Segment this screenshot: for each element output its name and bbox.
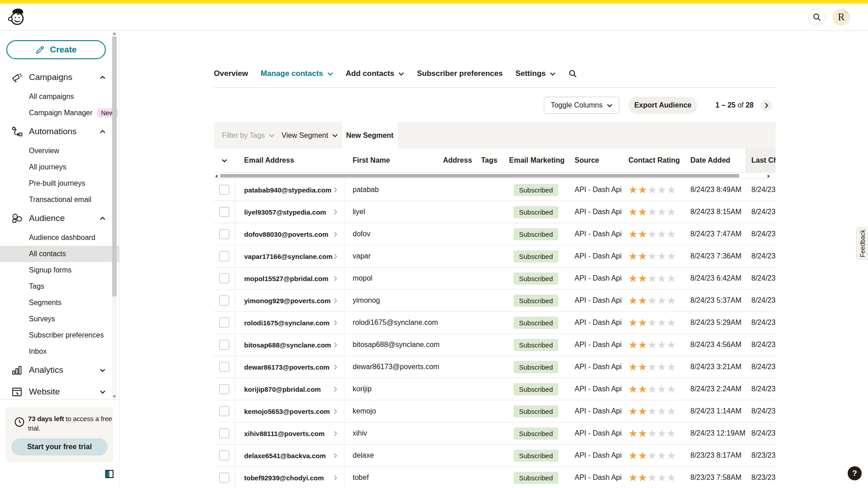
sidebar-item-subscriber-preferences[interactable]: Subscriber preferences (0, 327, 119, 343)
sidebar-item-surveys[interactable]: Surveys (0, 311, 119, 327)
email-marketing-cell: Subscribed (505, 467, 568, 488)
column-header-first-name[interactable]: First Name (344, 149, 432, 172)
row-checkbox[interactable] (219, 406, 229, 416)
column-header-contact-rating[interactable]: Contact Rating (622, 149, 683, 172)
column-header-address[interactable]: Address (432, 149, 475, 172)
row-checkbox[interactable] (219, 273, 229, 283)
tab-add-contacts[interactable]: Add contacts (346, 69, 405, 78)
email-cell[interactable]: yimonog929@poverts.com (235, 290, 344, 311)
row-checkbox[interactable] (219, 340, 229, 350)
scroll-up-arrow[interactable] (113, 32, 116, 35)
row-checkbox[interactable] (219, 428, 229, 438)
feedback-tab[interactable]: Feedback (856, 227, 868, 260)
next-page-button[interactable] (761, 100, 772, 111)
sidebar-item-audience-dashboard[interactable]: Audience dashboard (0, 230, 119, 246)
sidebar-item-inbox[interactable]: Inbox (0, 343, 119, 360)
first-name-cell: liyel (344, 201, 432, 223)
email-cell[interactable]: korijip870@pbridal.com (235, 378, 344, 400)
column-header-email-address[interactable]: Email Address (235, 149, 344, 172)
global-search-button[interactable] (808, 9, 826, 26)
address-cell (432, 467, 475, 488)
sidebar-item-campaign-manager[interactable]: Campaign ManagerNew (0, 105, 119, 121)
new-segment-button[interactable]: New Segment (341, 122, 399, 149)
source-cell: API - Dash Api (568, 400, 622, 422)
row-checkbox[interactable] (219, 318, 229, 328)
tab-manage-contacts[interactable]: Manage contacts (261, 69, 333, 78)
view-segment-dropdown[interactable]: View Segment (282, 122, 338, 149)
star-rating-empty: ★★★ (647, 361, 676, 373)
sidebar-header-website[interactable]: Website (0, 384, 119, 399)
scroll-down-arrow[interactable] (113, 395, 116, 398)
avatar[interactable]: R (833, 9, 850, 26)
horizontal-scrollbar[interactable] (214, 173, 776, 179)
date-added-cell: 8/24/23 8:49AM (683, 179, 745, 201)
sidebar-scrollbar[interactable] (112, 31, 117, 399)
create-button[interactable]: Create (6, 40, 106, 59)
sidebar-item-pre-built-journeys[interactable]: Pre-built journeys (0, 175, 119, 192)
tags-cell (475, 356, 505, 378)
email-cell[interactable]: rolodi1675@synclane.com (235, 312, 344, 333)
sidebar-scrollbar-thumb[interactable] (112, 37, 117, 296)
email-cell[interactable]: mopol15527@pbridal.com (235, 267, 344, 289)
sidebar-item-tags[interactable]: Tags (0, 278, 119, 295)
email-cell[interactable]: xihiv88111@poverts.com (235, 422, 344, 444)
address-cell (432, 290, 475, 311)
email-cell[interactable]: patabab940@stypedia.com (235, 179, 344, 201)
start-free-trial-button[interactable]: Start your free trial (11, 438, 108, 455)
sidebar-header-analytics[interactable]: Analytics (0, 362, 119, 378)
column-header-date-added[interactable]: Date Added (683, 149, 745, 172)
contacts-search-button[interactable] (568, 69, 577, 78)
sidebar-divider (0, 399, 119, 400)
help-button[interactable]: ? (848, 466, 862, 480)
sidebar-item-segments[interactable]: Segments (0, 295, 119, 311)
filter-by-tags-dropdown[interactable]: Filter by Tags (222, 122, 274, 149)
collapse-sidebar-icon[interactable] (105, 470, 113, 478)
email-cell[interactable]: delaxe6541@backva.com (235, 445, 344, 466)
row-checkbox-cell (214, 245, 235, 267)
row-checkbox[interactable] (219, 450, 229, 460)
mailchimp-logo[interactable] (7, 7, 26, 27)
email-cell[interactable]: liyel93057@stypedia.com (235, 201, 344, 223)
column-header-source[interactable]: Source (568, 149, 622, 172)
sidebar-item-all-journeys[interactable]: All journeys (0, 159, 119, 175)
tab-subscriber-preferences[interactable]: Subscriber preferences (417, 69, 503, 78)
sidebar-item-transactional-email[interactable]: Transactional email (0, 192, 119, 208)
horizontal-scrollbar-thumb[interactable] (220, 174, 739, 178)
sidebar-item-signup-forms[interactable]: Signup forms (0, 262, 119, 278)
email-cell[interactable]: dewar86173@poverts.com (235, 356, 344, 378)
tabs-underline (214, 87, 776, 88)
email-cell[interactable]: kemojo5653@poverts.com (235, 400, 344, 422)
sidebar-header-audience[interactable]: Audience (0, 211, 119, 226)
row-checkbox-cell (214, 201, 235, 223)
tab-settings[interactable]: Settings (515, 69, 556, 78)
sidebar-item-overview[interactable]: Overview (0, 143, 119, 159)
sidebar-item-all-campaigns[interactable]: All campaigns (0, 89, 119, 105)
scroll-left-arrow[interactable] (215, 174, 217, 178)
row-checkbox[interactable] (219, 185, 229, 195)
row-checkbox[interactable] (219, 251, 229, 261)
last-changed-cell: 8/24/23 (745, 179, 776, 201)
export-audience-button[interactable]: Export Audience (628, 97, 698, 114)
scroll-right-arrow[interactable] (768, 174, 770, 178)
sidebar-item-label: Overview (29, 147, 59, 155)
sidebar-item-all-contacts[interactable]: All contacts (0, 246, 119, 262)
row-checkbox[interactable] (219, 362, 229, 372)
toggle-columns-button[interactable]: Toggle Columns (544, 97, 619, 114)
row-checkbox[interactable] (219, 296, 229, 305)
row-checkbox[interactable] (219, 207, 229, 217)
column-header-email-marketing[interactable]: Email Marketing (505, 149, 568, 172)
email-cell[interactable]: tobef92939@chodyi.com (235, 467, 344, 488)
row-checkbox[interactable] (219, 229, 229, 239)
column-header-last-changed[interactable]: Last Changed (745, 149, 776, 172)
first-name-cell: dewar86173@poverts.com (344, 356, 432, 378)
email-cell[interactable]: bitosap688@synclane.com (235, 334, 344, 356)
row-checkbox[interactable] (219, 473, 229, 483)
row-checkbox[interactable] (219, 384, 229, 394)
tab-overview[interactable]: Overview (214, 69, 248, 78)
column-header-tags[interactable]: Tags (475, 149, 505, 172)
email-cell[interactable]: vapar17166@synclane.com (235, 245, 344, 267)
sidebar-header-campaigns[interactable]: Campaigns (0, 70, 119, 85)
sidebar-header-automations[interactable]: Automations (0, 124, 119, 139)
email-cell[interactable]: dofov88030@poverts.com (235, 223, 344, 245)
select-all-dropdown[interactable] (214, 149, 235, 172)
